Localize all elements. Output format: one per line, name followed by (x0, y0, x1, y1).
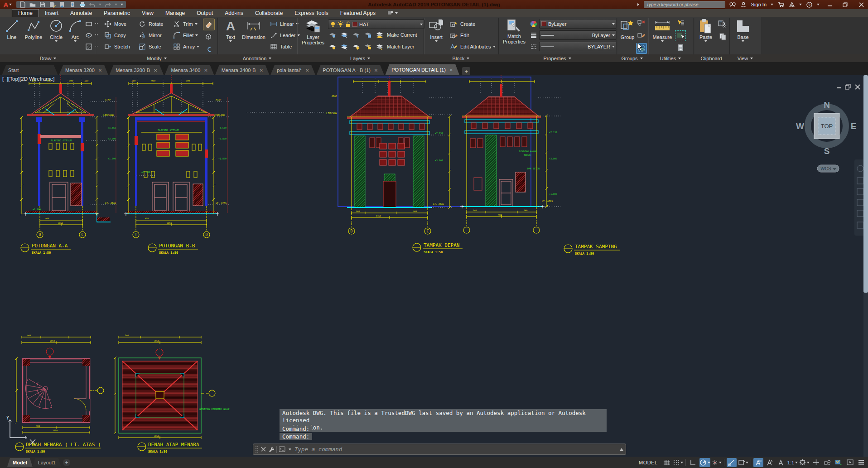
ribbon-tab-parametric[interactable]: Parametric (98, 9, 136, 17)
line-button[interactable]: Line (3, 19, 21, 40)
layer-unisolate-icon[interactable] (340, 42, 349, 51)
edit-attributes-button[interactable]: Edit Attributes (449, 42, 496, 51)
vertical-scrollbar-thumb[interactable] (863, 75, 868, 293)
create-block-button[interactable]: Create (449, 19, 475, 29)
viewcube[interactable]: N W E S TOP WCS (796, 100, 856, 172)
panel-label-groups[interactable]: Groups (616, 54, 648, 62)
layer-unlock-tool-icon[interactable] (363, 42, 372, 51)
explode-button[interactable] (203, 31, 214, 42)
new-tab-button[interactable]: + (462, 67, 470, 75)
help-dropdown-icon[interactable] (817, 4, 820, 5)
make-current-label[interactable]: Make Current (387, 32, 417, 38)
undo-dropdown-icon[interactable] (99, 4, 101, 5)
linear-dimension-button[interactable]: Linear (269, 19, 299, 29)
file-tab-menara-3400b[interactable]: Menara 3400-B✕ (215, 65, 270, 75)
autoscale-annotation-toggle[interactable] (765, 458, 775, 467)
save-as-icon[interactable] (49, 1, 56, 8)
isodraft-toggle[interactable] (712, 458, 722, 467)
ungroup-button[interactable] (637, 19, 646, 28)
viewport-controls[interactable]: [−][Top][2D Wireframe] (2, 76, 54, 82)
sign-in-dropdown-icon[interactable] (771, 4, 773, 5)
search-icon[interactable] (729, 1, 736, 8)
file-tab-potongan-detail[interactable]: POTONGAN DETAIL (1)✕ (385, 64, 459, 75)
drawing-window-controls[interactable] (837, 84, 860, 89)
autodesk-account-icon[interactable] (788, 1, 795, 8)
make-current-icon[interactable] (375, 30, 384, 39)
ribbon-tab-insert[interactable]: Insert (39, 9, 64, 17)
lineweight-combo[interactable]: ByLayer (539, 30, 617, 40)
save-to-web-icon[interactable] (59, 1, 66, 8)
fillet-button[interactable]: Fillet (172, 31, 198, 40)
mirror-button[interactable]: Mirror (138, 31, 162, 40)
arc-button[interactable]: Arc (67, 19, 83, 42)
ribbon-options-icon[interactable] (381, 9, 404, 17)
polar-tracking-toggle[interactable] (699, 458, 710, 467)
paste-button[interactable]: Paste (697, 19, 715, 42)
file-tab-potongan-ab[interactable]: POTONGAN A - B (1)✕ (316, 65, 384, 75)
app-menu-button[interactable]: A (1, 0, 14, 9)
ortho-mode-toggle[interactable] (688, 458, 698, 467)
polyline-button[interactable]: Polyline (22, 19, 45, 40)
search-expand-icon[interactable] (637, 3, 639, 6)
trim-button[interactable]: Trim (172, 19, 198, 29)
redo-dropdown-icon[interactable] (115, 4, 117, 5)
object-snap-toggle[interactable] (738, 458, 748, 467)
match-properties-button[interactable]: MatchProperties (501, 19, 527, 44)
panel-label-annotation[interactable]: Annotation (217, 54, 297, 62)
dimension-button[interactable]: Dimension (241, 19, 266, 40)
ribbon-tab-addins[interactable]: Add-ins (219, 9, 249, 17)
group-edit-button[interactable] (637, 31, 646, 40)
restore-button[interactable] (839, 0, 851, 9)
customization-menu-icon[interactable] (856, 458, 866, 467)
edit-block-button[interactable]: Edit (449, 31, 469, 40)
insert-block-button[interactable]: Insert (426, 19, 446, 42)
group-button[interactable]: Group (618, 19, 637, 40)
minimize-button[interactable] (824, 0, 835, 9)
qat-customize-icon[interactable] (121, 4, 123, 5)
snap-mode-toggle[interactable] (673, 458, 683, 467)
undo-icon[interactable] (89, 1, 96, 8)
command-input[interactable] (294, 445, 617, 453)
sign-in-label[interactable]: Sign In (751, 2, 767, 7)
array-button[interactable]: Array (172, 42, 199, 51)
panel-label-properties[interactable]: Properties (498, 54, 616, 62)
stretch-button[interactable]: Stretch (103, 42, 130, 51)
quick-calculator-button[interactable] (676, 43, 685, 52)
panel-label-layers[interactable]: Layers (297, 54, 424, 62)
recent-commands-icon[interactable] (289, 449, 291, 450)
ribbon-tab-express-tools[interactable]: Express Tools (289, 9, 334, 17)
redo-icon[interactable] (105, 1, 111, 8)
layer-on-tool-icon[interactable] (328, 42, 337, 51)
annotation-scale-value[interactable]: 1:1 (787, 458, 798, 467)
open-from-web-icon[interactable] (69, 1, 76, 8)
color-combo[interactable]: ByLayer (539, 19, 617, 29)
file-tab-pola-lantai[interactable]: pola-lantai*✕ (270, 65, 315, 75)
panel-label-draw[interactable]: Draw (0, 54, 96, 62)
new-file-icon[interactable] (19, 1, 26, 8)
search-input[interactable] (644, 1, 725, 8)
command-expand-icon[interactable] (619, 448, 624, 451)
file-tab-menara-3400[interactable]: Menara 3400✕ (164, 65, 214, 75)
panel-label-modify[interactable]: Modify (96, 54, 217, 62)
command-grip-icon[interactable] (255, 446, 259, 453)
layer-select-combo[interactable]: HAT (328, 19, 425, 29)
layer-off-icon[interactable] (328, 30, 337, 39)
ribbon-tab-view[interactable]: View (136, 9, 159, 17)
file-tab-start[interactable]: Start (2, 65, 58, 75)
command-prompt-icon[interactable] (279, 446, 286, 452)
ribbon-tab-featured-apps[interactable]: Featured Apps (334, 9, 381, 17)
file-tab-menara-3200b[interactable]: Menara 3200-B✕ (109, 65, 164, 75)
help-icon[interactable]: ? (806, 1, 813, 8)
match-layer-label[interactable]: Match Layer (387, 44, 415, 49)
join-button[interactable] (203, 44, 214, 55)
file-tab-menara-3200[interactable]: Menara 3200✕ (59, 65, 108, 75)
move-button[interactable]: Move (103, 19, 126, 29)
cut-icon[interactable] (718, 19, 727, 29)
layout1-tab[interactable]: Layout1 (33, 458, 61, 467)
save-icon[interactable] (39, 1, 46, 8)
ribbon-tab-output[interactable]: Output (191, 9, 219, 17)
grid-display-toggle[interactable] (662, 458, 672, 467)
layer-freeze-icon[interactable] (352, 30, 361, 39)
graphics-performance-icon[interactable] (834, 458, 844, 467)
annotation-scale-icon[interactable] (776, 458, 786, 467)
